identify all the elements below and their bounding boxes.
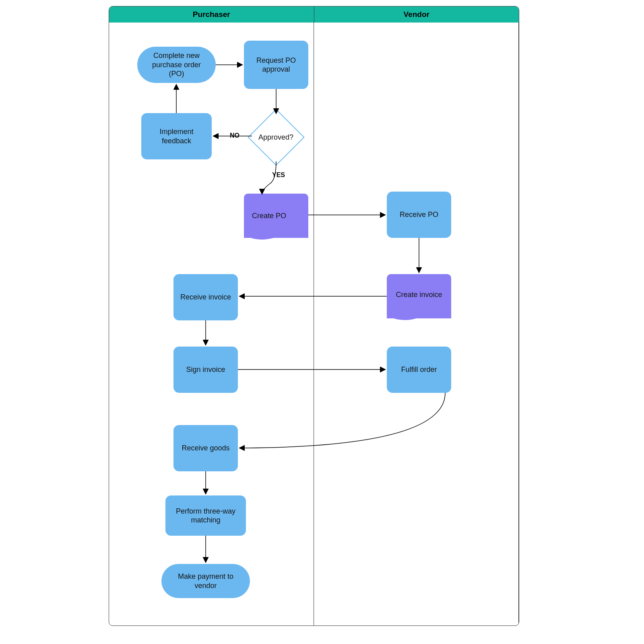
node-make-payment: Make payment to vendor bbox=[161, 564, 250, 598]
node-receive-goods: Receive goods bbox=[173, 425, 238, 471]
node-complete-po: Complete new purchase order (PO) bbox=[137, 47, 216, 83]
node-request-approval: Request PO approval bbox=[244, 41, 308, 89]
edge-label-no: NO bbox=[230, 132, 239, 139]
node-create-invoice-label: Create invoice bbox=[396, 290, 442, 299]
edge-label-yes: YES bbox=[272, 171, 285, 179]
node-receive-invoice: Receive invoice bbox=[173, 274, 238, 320]
lane-body: Complete new purchase order (PO) Request… bbox=[109, 23, 519, 625]
lane-header-purchaser: Purchaser bbox=[109, 6, 314, 23]
node-sign-invoice: Sign invoice bbox=[173, 347, 238, 393]
document-wave-icon bbox=[387, 312, 451, 324]
swimlane-diagram: Purchaser Vendor Complete new purchase o… bbox=[109, 6, 519, 626]
node-create-po-label: Create PO bbox=[252, 211, 286, 221]
node-three-way-matching: Perform three-way matching bbox=[165, 495, 246, 536]
lane-header-vendor: Vendor bbox=[314, 6, 519, 23]
node-approved-label: Approved? bbox=[258, 133, 293, 142]
lane-headers: Purchaser Vendor bbox=[109, 6, 519, 23]
node-create-po: Create PO bbox=[244, 194, 308, 238]
document-wave-icon bbox=[244, 231, 308, 244]
node-receive-po: Receive PO bbox=[387, 192, 451, 238]
node-implement-feedback: Implement feedback bbox=[141, 113, 212, 159]
node-create-invoice: Create invoice bbox=[387, 274, 451, 318]
lane-vendor bbox=[314, 23, 519, 625]
node-fulfill-order: Fulfill order bbox=[387, 347, 451, 393]
